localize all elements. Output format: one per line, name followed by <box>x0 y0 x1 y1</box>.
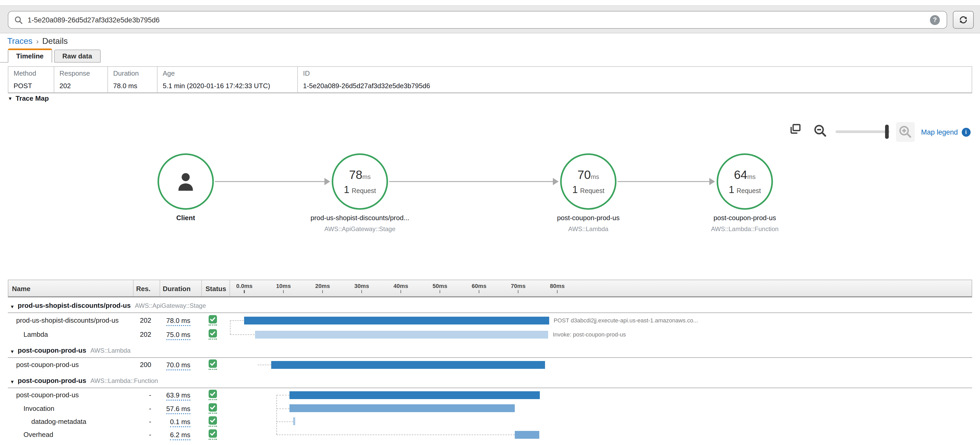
row-name: prod-us-shopist-discounts/prod-us <box>16 316 119 324</box>
bar-connector <box>277 408 290 409</box>
timeline-bar[interactable] <box>271 361 545 368</box>
timeline-row[interactable]: prod-us-shopist-discounts/prod-us 202 78… <box>8 313 972 328</box>
xray-trace-details-page: 1-5e20a089-26d5d27af3d32e5de3b795d6 ? Tr… <box>0 0 980 445</box>
map-node-client[interactable] <box>158 153 214 210</box>
map-node-type: AWS::ApiGateway::Stage <box>325 225 396 233</box>
row-response-code: 202 <box>125 316 151 324</box>
summary-id: 1-5e20a089-26d5d27af3d32e5de3b795d6 <box>298 80 972 93</box>
group-type: AWS::ApiGateway::Stage <box>135 302 206 309</box>
breadcrumb-separator: › <box>36 37 38 45</box>
status-ok-icon[interactable] <box>208 429 217 440</box>
zoom-out-button[interactable] <box>813 123 828 139</box>
search-input[interactable]: 1-5e20a089-26d5d27af3d32e5de3b795d6 ? <box>8 11 947 29</box>
row-duration[interactable]: 78.0 ms <box>166 317 191 326</box>
trace-map-toggle[interactable]: ▼ Trace Map <box>8 94 49 102</box>
zoom-out-icon <box>813 123 828 139</box>
timeline-bar[interactable] <box>255 330 548 338</box>
scale-tick: 60ms <box>472 280 486 293</box>
bar-connector <box>277 395 290 396</box>
collapse-triangle-icon: ▼ <box>10 304 14 309</box>
map-node-label: Client <box>176 214 195 222</box>
row-duration[interactable]: 57.6 ms <box>166 405 191 414</box>
row-duration[interactable]: 63.9 ms <box>166 391 191 401</box>
map-edge <box>389 181 554 182</box>
search-value: 1-5e20a089-26d5d27af3d32e5de3b795d6 <box>28 16 160 24</box>
group-name: post-coupon-prod-us <box>18 376 86 384</box>
windows-icon <box>789 122 802 136</box>
row-response-code: - <box>125 417 151 425</box>
timeline-bar[interactable] <box>290 391 540 399</box>
node-duration: 78 <box>349 168 362 181</box>
map-node-label: post-coupon-prod-us <box>557 214 620 222</box>
row-response-code: - <box>125 431 151 439</box>
info-icon[interactable]: i <box>961 128 970 137</box>
status-ok-icon[interactable] <box>208 416 217 426</box>
map-node-apigateway[interactable]: 78ms 1 Request <box>332 153 388 210</box>
row-name: Lambda <box>24 330 48 338</box>
scale-tick: 80ms <box>550 280 565 293</box>
tab-raw-data[interactable]: Raw data <box>54 49 100 62</box>
row-name: Overhead <box>24 431 53 439</box>
segment-group-header[interactable]: ▼ prod-us-shopist-discounts/prod-us AWS:… <box>8 297 972 313</box>
status-ok-icon[interactable] <box>208 359 217 370</box>
fit-to-window-button[interactable] <box>789 122 802 136</box>
timeline-bar[interactable] <box>290 404 515 412</box>
collapse-triangle-icon: ▼ <box>8 96 13 101</box>
tab-timeline[interactable]: Timeline <box>8 48 52 62</box>
breadcrumb-traces-link[interactable]: Traces <box>7 37 33 45</box>
map-edge-arrowhead-icon <box>553 178 558 185</box>
row-name: post-coupon-prod-us <box>16 361 79 368</box>
column-header-status: Status <box>205 285 226 293</box>
map-zoom-slider-handle[interactable] <box>885 125 889 139</box>
map-legend-link[interactable]: Map legend i <box>921 128 970 137</box>
column-divider <box>160 280 160 296</box>
trace-summary-table: Method Response Duration Age ID POST 202… <box>8 66 972 93</box>
timeline-row[interactable]: post-coupon-prod-us - 63.9 ms <box>8 388 972 402</box>
row-response-code: - <box>125 404 151 412</box>
bar-connector <box>277 395 277 435</box>
column-divider <box>133 280 134 296</box>
search-icon <box>14 15 23 24</box>
tab-bar: Timeline Raw data <box>8 48 100 62</box>
summary-method: POST <box>8 80 54 93</box>
map-zoom-slider[interactable] <box>835 131 890 133</box>
summary-header-method: Method <box>8 67 54 80</box>
node-duration-unit: ms <box>363 173 371 180</box>
node-request-count: 1 <box>572 184 578 195</box>
zoom-in-icon <box>897 124 913 140</box>
row-duration[interactable]: 6.2 ms <box>170 431 190 440</box>
row-response-code: 202 <box>125 330 151 338</box>
status-ok-icon[interactable] <box>208 315 217 325</box>
map-legend-label: Map legend <box>921 128 958 136</box>
map-node-lambda-function[interactable]: 64ms 1 Request <box>717 153 773 210</box>
timeline-row[interactable]: datadog-metadata - 0.1 ms <box>8 415 972 428</box>
timeline-bar[interactable] <box>293 417 295 425</box>
help-icon[interactable]: ? <box>930 15 940 25</box>
scale-tick: 40ms <box>393 280 408 293</box>
timeline-row[interactable]: Lambda 202 75.0 ms Invoke: post-coupon-p… <box>8 328 972 341</box>
bar-connector <box>277 435 515 435</box>
timeline-row[interactable]: Invocation - 57.6 ms <box>8 402 972 415</box>
bar-annotation: Invoke: post-coupon-prod-us <box>553 331 626 338</box>
column-header-duration: Duration <box>163 285 191 293</box>
timeline-bar[interactable] <box>244 316 549 324</box>
breadcrumb-current: Details <box>42 37 68 45</box>
map-node-label: prod-us-shopist-discounts/prod... <box>310 214 409 222</box>
status-ok-icon[interactable] <box>208 403 217 413</box>
row-duration[interactable]: 75.0 ms <box>166 331 191 340</box>
map-node-lambda[interactable]: 70ms 1 Request <box>560 153 616 210</box>
row-duration[interactable]: 70.0 ms <box>166 361 191 370</box>
timeline-bar[interactable] <box>515 431 539 439</box>
timeline-row[interactable]: post-coupon-prod-us 200 70.0 ms <box>8 358 972 372</box>
summary-header-duration: Duration <box>108 67 157 80</box>
refresh-button[interactable] <box>953 11 974 29</box>
search-band: 1-5e20a089-26d5d27af3d32e5de3b795d6 ? <box>0 5 980 33</box>
bar-connector <box>277 421 293 422</box>
row-duration[interactable]: 0.1 ms <box>170 418 190 427</box>
status-ok-icon[interactable] <box>208 390 217 400</box>
status-ok-icon[interactable] <box>208 329 217 340</box>
zoom-in-button[interactable] <box>896 122 915 142</box>
segment-group-header[interactable]: ▼ post-coupon-prod-us AWS::Lambda <box>8 341 972 358</box>
scale-tick: 10ms <box>276 280 291 293</box>
segment-group-header[interactable]: ▼ post-coupon-prod-us AWS::Lambda::Funct… <box>8 372 972 388</box>
